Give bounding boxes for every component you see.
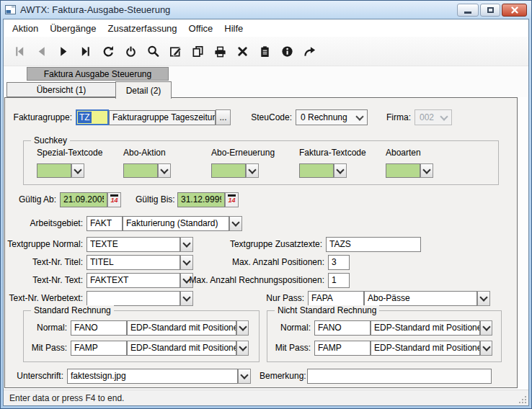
gueltig-ab-input[interactable] <box>60 192 107 207</box>
export-icon[interactable] <box>301 43 317 59</box>
aboarten-input[interactable] <box>386 163 420 178</box>
close-button[interactable] <box>502 4 527 17</box>
bemerkung-input[interactable] <box>307 369 492 384</box>
text-nr-titel-dropdown-button[interactable] <box>180 255 193 270</box>
abo-erneuerung-input[interactable] <box>211 163 246 178</box>
textgruppe-normal-input[interactable] <box>87 237 180 252</box>
last-record-icon[interactable] <box>78 43 94 59</box>
arbeitsgebiet-dropdown-button[interactable] <box>229 216 242 231</box>
arbeitsgebiet-label: Arbeitsgebiet: <box>5 218 87 228</box>
menu-zusatzerfassung[interactable]: Zusatzerfassung <box>102 19 182 37</box>
unterschrift-dropdown-button[interactable] <box>238 369 251 384</box>
max-anzahl-positionen-input[interactable] <box>328 255 350 270</box>
suchkey-group-title: Suchkey <box>31 135 70 145</box>
menu-office[interactable]: Office <box>183 19 219 37</box>
clipboard-icon[interactable] <box>257 43 272 59</box>
tab-detail[interactable]: Detail (2) <box>115 81 172 99</box>
power-icon[interactable] <box>123 43 138 59</box>
resize-grip[interactable] <box>518 395 527 404</box>
fakturagruppe-browse-button[interactable]: ... <box>216 109 231 125</box>
maximize-button[interactable] <box>480 4 500 17</box>
gueltig-ab-calendar-button[interactable]: 14 <box>107 192 121 207</box>
text-nr-text-input[interactable] <box>87 273 180 288</box>
menu-uebergaenge[interactable]: Übergänge <box>44 19 102 37</box>
fakturagruppe-code-value: TZ <box>78 112 92 123</box>
bemerkung-label: Bemerkung: <box>260 371 307 381</box>
nicht-standard-normal-code-input[interactable] <box>314 320 371 336</box>
maximize-icon <box>487 7 494 13</box>
previous-record-icon[interactable] <box>33 43 49 59</box>
aboarten-dropdown-button[interactable] <box>420 163 433 178</box>
delete-icon[interactable] <box>234 43 250 59</box>
abo-aktion-input[interactable] <box>123 163 158 178</box>
close-icon <box>510 6 519 14</box>
nicht-standard-normal-label: Normal: <box>273 323 314 333</box>
unterschrift-input[interactable] <box>67 369 238 384</box>
fakturagruppe-description: Fakturagruppe Tageszeitung <box>109 110 216 125</box>
textgruppe-normal-label: Textgruppe Normal: <box>5 239 87 249</box>
copy-icon[interactable] <box>190 43 205 59</box>
textgruppe-normal-dropdown-button[interactable] <box>180 237 193 252</box>
text-nr-werbetext-label: Text-Nr. Werbetext: <box>5 293 87 303</box>
print-icon[interactable] <box>212 43 228 59</box>
search-icon[interactable] <box>145 43 161 59</box>
tab-uebersicht[interactable]: Übersicht (1) <box>6 82 116 97</box>
gueltig-bis-input[interactable] <box>177 192 225 207</box>
menu-hilfe[interactable]: Hilfe <box>218 19 249 37</box>
minimize-button[interactable] <box>457 4 479 17</box>
standard-rechnung-title: Standard Rechnung <box>31 305 114 315</box>
nur-pass-code-input[interactable] <box>308 291 364 306</box>
gueltig-ab-label: Gültig Ab: <box>5 194 60 204</box>
nicht-standard-normal-description: EDP-Standard mit Positionen <box>371 320 480 336</box>
faktura-textcode-dropdown-button[interactable] <box>334 163 347 178</box>
standard-normal-dropdown-button[interactable] <box>236 320 249 336</box>
textgruppe-zusatztexte-input[interactable] <box>326 237 421 252</box>
titlebar: AWTX: Faktura-Ausgabe-Steuerung <box>1 1 531 19</box>
text-nr-text-label: Text-Nr. Text: <box>5 275 87 285</box>
text-nr-werbetext-dropdown-button[interactable] <box>180 291 193 306</box>
spezial-textcode-label: Spezial-Textcode <box>37 148 102 158</box>
standard-mit-pass-code-input[interactable] <box>71 341 127 356</box>
tab-faktura-ausgabe-steuerung[interactable]: Faktura Ausgabe Steuerung <box>27 67 169 81</box>
standard-normal-description: EDP-Standard mit Positionen <box>127 320 236 336</box>
firma-dropdown: 002 <box>414 109 452 125</box>
spezial-textcode-dropdown-button[interactable] <box>71 163 84 178</box>
nicht-standard-mit-pass-dropdown-button[interactable] <box>480 341 492 356</box>
text-nr-werbetext-input[interactable] <box>87 291 180 306</box>
max-anzahl-positionen-label: Max. Anzahl Positionen: <box>194 257 328 267</box>
first-record-icon[interactable] <box>11 43 27 59</box>
standard-mit-pass-description: EDP-Standard mit Positionen un <box>127 341 236 356</box>
nicht-standard-normal-dropdown-button[interactable] <box>480 320 492 336</box>
max-anzahl-rechnungspositionen-input[interactable] <box>328 273 350 288</box>
window-title: AWTX: Faktura-Ausgabe-Steuerung <box>20 4 170 15</box>
nicht-standard-mit-pass-description: EDP-Standard mit Positionen un <box>371 341 480 356</box>
fakturagruppe-code-field[interactable]: TZ <box>76 109 109 125</box>
info-icon[interactable] <box>279 43 295 59</box>
next-record-icon[interactable] <box>56 43 71 59</box>
aboarten-label: Aboarten <box>386 148 433 158</box>
nur-pass-label: Nur Pass: <box>243 293 308 303</box>
edit-icon[interactable] <box>167 43 183 59</box>
spezial-textcode-input[interactable] <box>37 163 71 178</box>
nicht-standard-mit-pass-code-input[interactable] <box>314 341 371 356</box>
faktura-textcode-label: Faktura-Textcode <box>299 148 366 158</box>
standard-normal-label: Normal: <box>30 323 71 333</box>
standard-normal-code-input[interactable] <box>71 320 127 336</box>
arbeitsgebiet-code-input[interactable] <box>87 216 123 231</box>
nicht-standard-rechnung-title: Nicht Standard Rechnung <box>275 305 379 315</box>
faktura-textcode-input[interactable] <box>299 163 334 178</box>
nur-pass-dropdown-button[interactable] <box>477 291 490 306</box>
nicht-standard-rechnung-group: Nicht Standard Rechnung Normal: EDP-Stan… <box>267 310 502 362</box>
refresh-icon[interactable] <box>100 43 116 59</box>
nicht-standard-mit-pass-label: Mit Pass: <box>273 343 314 353</box>
menu-aktion[interactable]: Aktion <box>6 19 44 37</box>
tab-strip: Faktura Ausgabe Steuerung Übersicht (1) … <box>4 66 528 97</box>
gueltig-bis-calendar-button[interactable]: 14 <box>225 192 239 207</box>
abo-erneuerung-dropdown-button[interactable] <box>246 163 259 178</box>
abo-aktion-dropdown-button[interactable] <box>158 163 171 178</box>
toolbar <box>4 37 528 66</box>
standard-mit-pass-dropdown-button[interactable] <box>236 341 249 356</box>
standard-rechnung-group: Standard Rechnung Normal: EDP-Standard m… <box>23 310 260 362</box>
steucode-dropdown[interactable]: 0 Rechnung <box>296 109 368 125</box>
text-nr-titel-input[interactable] <box>87 255 180 270</box>
